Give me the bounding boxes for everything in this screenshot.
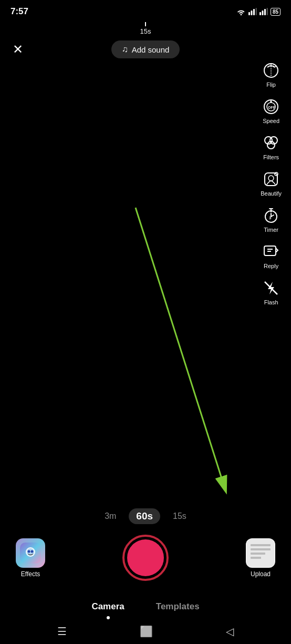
- flash-label: Flash: [264, 299, 278, 305]
- svg-text:OFF: OFF: [268, 106, 276, 109]
- effects-label: Effects: [21, 570, 40, 578]
- speed-icon-container: OFF: [262, 97, 280, 116]
- beautify-label: Beautify: [261, 190, 282, 197]
- flash-icon: [263, 280, 279, 297]
- record-button-inner: [127, 539, 164, 576]
- filters-button[interactable]: Filters: [257, 130, 285, 163]
- signal-icon-2: [259, 8, 268, 15]
- home-icon: ⬜: [140, 625, 153, 638]
- speed-icon: OFF: [263, 98, 279, 115]
- add-sound-button[interactable]: ♫ Add sound: [111, 40, 180, 58]
- svg-rect-4: [259, 12, 261, 15]
- timer-button[interactable]: 3 Timer: [257, 203, 285, 236]
- svg-text:3: 3: [269, 216, 272, 220]
- wifi-icon: [236, 8, 246, 15]
- timer-icon: 3: [263, 207, 279, 224]
- duration-3m[interactable]: 3m: [105, 512, 116, 521]
- status-icons: 85: [236, 8, 280, 16]
- status-bar: 7:57 85: [0, 0, 291, 21]
- bottom-controls: 3m 60s 15s: [0, 508, 291, 581]
- beautify-icon-container: [262, 170, 280, 189]
- camera-header: ✕ ♫ Add sound: [0, 36, 291, 63]
- close-button[interactable]: ✕: [8, 40, 27, 59]
- upload-icon-svg: [246, 539, 275, 567]
- svg-rect-5: [262, 11, 263, 15]
- svg-point-31: [31, 550, 34, 553]
- add-sound-label: Add sound: [132, 45, 170, 54]
- hamburger-icon: ☰: [57, 625, 67, 638]
- close-icon: ✕: [13, 42, 23, 57]
- timer-icon-container: 3: [262, 206, 280, 225]
- svg-rect-1: [251, 11, 252, 15]
- filters-icon: [263, 135, 279, 151]
- record-button[interactable]: [122, 535, 169, 581]
- upload-icon: [246, 538, 275, 568]
- duration-selector: 3m 60s 15s: [0, 508, 291, 524]
- filters-icon-container: [262, 134, 280, 152]
- music-icon: ♫: [122, 45, 128, 54]
- speed-label: Speed: [263, 118, 279, 124]
- svg-rect-7: [266, 8, 268, 15]
- bottom-nav: Camera Templates: [0, 601, 291, 615]
- timer-label: Timer: [264, 227, 278, 233]
- svg-line-24: [265, 282, 277, 294]
- phone-bottom-bar: ☰ ⬜ ◁: [0, 625, 291, 638]
- reply-button[interactable]: Reply: [257, 239, 285, 272]
- tab-templates[interactable]: Templates: [156, 601, 200, 615]
- beautify-icon: [263, 171, 279, 188]
- svg-rect-6: [264, 9, 266, 15]
- svg-rect-0: [248, 12, 250, 15]
- svg-point-30: [28, 550, 30, 553]
- svg-rect-34: [251, 548, 271, 550]
- tab-camera[interactable]: Camera: [91, 601, 124, 615]
- upload-button[interactable]: Upload: [246, 538, 275, 578]
- svg-rect-35: [251, 553, 265, 555]
- svg-rect-36: [251, 557, 261, 559]
- reply-label: Reply: [264, 263, 278, 269]
- flip-icon-container: [262, 61, 280, 80]
- beautify-button[interactable]: Beautify: [256, 167, 286, 200]
- flash-button[interactable]: Flash: [257, 275, 285, 309]
- right-tools: Flip OFF Speed Filters: [256, 58, 286, 309]
- timeline-tick: [145, 22, 146, 26]
- back-icon: ◁: [226, 625, 234, 638]
- filters-label: Filters: [263, 154, 279, 160]
- speed-button[interactable]: OFF Speed: [257, 94, 285, 127]
- duration-15s[interactable]: 15s: [173, 512, 186, 521]
- record-row: Effects Upload: [0, 535, 291, 581]
- effects-icon: [16, 538, 45, 568]
- effects-button[interactable]: Effects: [16, 538, 45, 578]
- svg-point-17: [268, 176, 274, 181]
- reply-icon-container: [262, 242, 280, 261]
- flash-icon-container: [262, 279, 280, 298]
- svg-rect-2: [253, 9, 255, 15]
- battery-icon: 85: [271, 8, 280, 16]
- reply-icon: [263, 243, 279, 260]
- flip-label: Flip: [266, 81, 276, 88]
- upload-label: Upload: [251, 570, 271, 578]
- effects-icon-svg: [20, 543, 41, 564]
- duration-60s[interactable]: 60s: [129, 508, 160, 524]
- timeline-label: 15s: [140, 27, 151, 35]
- flip-icon: [263, 62, 279, 79]
- signal-icon-1: [248, 8, 257, 15]
- svg-rect-33: [251, 544, 271, 546]
- svg-rect-3: [255, 8, 257, 15]
- status-time: 7:57: [11, 6, 28, 17]
